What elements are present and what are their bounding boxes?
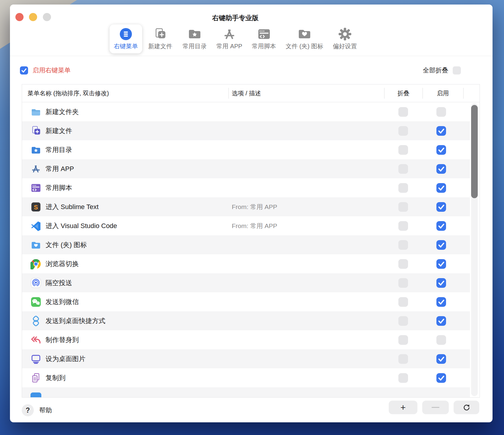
tab-preferences[interactable]: 偏好设置 bbox=[329, 24, 361, 53]
app-store-icon bbox=[30, 164, 41, 174]
table-row[interactable]: 发送到桌面快捷方式 bbox=[22, 311, 470, 330]
tab-favorite-apps[interactable]: 常用 APP bbox=[213, 24, 246, 53]
enable-checkbox[interactable] bbox=[436, 240, 446, 250]
row-name[interactable]: 进入 Visual Studio Code bbox=[46, 221, 117, 230]
table-row[interactable]: 浏览器切换 bbox=[22, 254, 470, 273]
tab-new-file[interactable]: 新建文件 bbox=[144, 24, 177, 53]
enable-checkbox[interactable] bbox=[436, 164, 446, 174]
row-name[interactable]: 常用脚本 bbox=[46, 183, 72, 192]
new-file-icon bbox=[153, 27, 167, 41]
row-name[interactable]: 文件 (夹) 图标 bbox=[46, 240, 87, 249]
collapse-all-checkbox[interactable] bbox=[453, 66, 461, 75]
row-name[interactable]: 进入 Sublime Text bbox=[46, 202, 99, 211]
table-row[interactable]: 进入 Visual Studio Code From: 常用 APP bbox=[22, 216, 470, 235]
enable-checkbox[interactable] bbox=[436, 373, 446, 383]
copy-icon bbox=[30, 373, 41, 383]
collapse-checkbox[interactable] bbox=[398, 297, 408, 307]
row-name[interactable]: 隔空投送 bbox=[46, 278, 72, 287]
enable-checkbox[interactable] bbox=[436, 335, 446, 345]
shortcut-icon bbox=[30, 316, 41, 326]
collapse-checkbox[interactable] bbox=[398, 354, 408, 364]
help-control: ? 帮助 bbox=[22, 404, 52, 416]
table-row[interactable]: 设为桌面图片 bbox=[22, 349, 470, 368]
table-row[interactable]: 常用脚本 bbox=[22, 178, 470, 197]
collapse-checkbox[interactable] bbox=[398, 259, 408, 269]
enable-checkbox[interactable] bbox=[436, 126, 446, 136]
enable-checkbox[interactable] bbox=[436, 221, 446, 231]
collapse-checkbox[interactable] bbox=[398, 373, 408, 383]
table-row[interactable]: 新建文件 bbox=[22, 121, 470, 140]
collapse-checkbox[interactable] bbox=[398, 240, 408, 250]
row-name[interactable]: 浏览器切换 bbox=[46, 259, 79, 268]
header-collapse: 折叠 bbox=[384, 84, 423, 102]
tab-context-menu[interactable]: 右键菜单 bbox=[110, 24, 142, 53]
refresh-button[interactable] bbox=[454, 401, 479, 414]
collapse-checkbox[interactable] bbox=[398, 164, 408, 174]
collapse-checkbox[interactable] bbox=[398, 335, 408, 345]
vscode-icon bbox=[30, 221, 41, 231]
header-description: 选项 / 描述 bbox=[232, 84, 261, 102]
script-window-icon bbox=[257, 27, 271, 41]
collapse-checkbox[interactable] bbox=[398, 107, 408, 117]
row-name[interactable]: 复制到 bbox=[46, 373, 65, 383]
folder-icon bbox=[30, 106, 41, 117]
table-row[interactable]: 制作替身到 bbox=[22, 330, 470, 349]
tab-folder-icons[interactable]: 文件 (夹) 图标 bbox=[282, 24, 327, 53]
display-icon bbox=[30, 354, 41, 364]
collapse-checkbox[interactable] bbox=[398, 202, 408, 212]
tab-favorite-scripts[interactable]: 常用脚本 bbox=[248, 24, 280, 53]
collapse-checkbox[interactable] bbox=[398, 316, 408, 326]
gear-icon bbox=[338, 27, 352, 41]
enable-checkbox[interactable] bbox=[436, 183, 446, 193]
row-name[interactable]: 新建文件 bbox=[46, 126, 72, 135]
collapse-checkbox[interactable] bbox=[398, 126, 408, 136]
enable-checkbox[interactable] bbox=[436, 316, 446, 326]
tab-label: 文件 (夹) 图标 bbox=[286, 42, 323, 50]
tab-label: 常用目录 bbox=[183, 42, 207, 50]
folder-heart-icon bbox=[30, 240, 41, 250]
add-button[interactable]: + bbox=[389, 401, 417, 414]
table-row[interactable]: 新建文件夹 bbox=[22, 102, 470, 121]
table-header: 菜单名称 (拖动排序, 双击修改) 选项 / 描述 折叠 启用 bbox=[22, 84, 480, 102]
row-name[interactable]: 发送到微信 bbox=[46, 297, 79, 306]
table-row[interactable]: 文件 (夹) 图标 bbox=[22, 235, 470, 254]
enable-context-menu-control: 启用右键菜单 bbox=[20, 66, 71, 75]
collapse-checkbox[interactable] bbox=[398, 145, 408, 155]
table-row[interactable]: S 进入 Sublime Text From: 常用 APP bbox=[22, 197, 470, 216]
table-row-partial[interactable] bbox=[22, 387, 470, 397]
chrome-icon bbox=[30, 259, 41, 269]
table-body: 新建文件夹 新建文件 bbox=[22, 102, 480, 397]
collapse-checkbox[interactable] bbox=[398, 183, 408, 193]
clipped-row-icon bbox=[30, 392, 41, 397]
row-name[interactable]: 新建文件夹 bbox=[46, 107, 79, 116]
refresh-icon bbox=[463, 404, 471, 411]
enable-context-menu-checkbox[interactable] bbox=[20, 66, 28, 75]
app-store-icon bbox=[222, 27, 237, 41]
enable-checkbox[interactable] bbox=[436, 297, 446, 307]
collapse-checkbox[interactable] bbox=[398, 278, 408, 288]
scrollbar-thumb[interactable] bbox=[471, 105, 478, 198]
table-row[interactable]: 常用 APP bbox=[22, 159, 470, 178]
row-name[interactable]: 常用目录 bbox=[46, 145, 72, 154]
table-row[interactable]: 隔空投送 bbox=[22, 273, 470, 292]
enable-checkbox[interactable] bbox=[436, 259, 446, 269]
help-button[interactable]: ? bbox=[22, 404, 34, 416]
airdrop-icon bbox=[30, 278, 41, 288]
table-row[interactable]: 发送到微信 bbox=[22, 292, 470, 311]
enable-checkbox[interactable] bbox=[436, 278, 446, 288]
enable-checkbox[interactable] bbox=[436, 354, 446, 364]
collapse-checkbox[interactable] bbox=[398, 221, 408, 231]
table-row[interactable]: 复制到 bbox=[22, 368, 470, 387]
row-name[interactable]: 常用 APP bbox=[46, 164, 74, 173]
tab-favorite-folders[interactable]: 常用目录 bbox=[178, 24, 211, 53]
enable-checkbox[interactable] bbox=[436, 145, 446, 155]
enable-checkbox[interactable] bbox=[436, 202, 446, 212]
row-name[interactable]: 发送到桌面快捷方式 bbox=[46, 316, 105, 325]
folder-star-icon bbox=[187, 27, 202, 41]
enable-checkbox[interactable] bbox=[436, 107, 446, 117]
table-row[interactable]: 常用目录 bbox=[22, 140, 470, 159]
script-window-icon bbox=[30, 183, 41, 193]
row-name[interactable]: 设为桌面图片 bbox=[46, 354, 85, 364]
remove-button[interactable] bbox=[422, 401, 449, 414]
row-name[interactable]: 制作替身到 bbox=[46, 335, 79, 345]
